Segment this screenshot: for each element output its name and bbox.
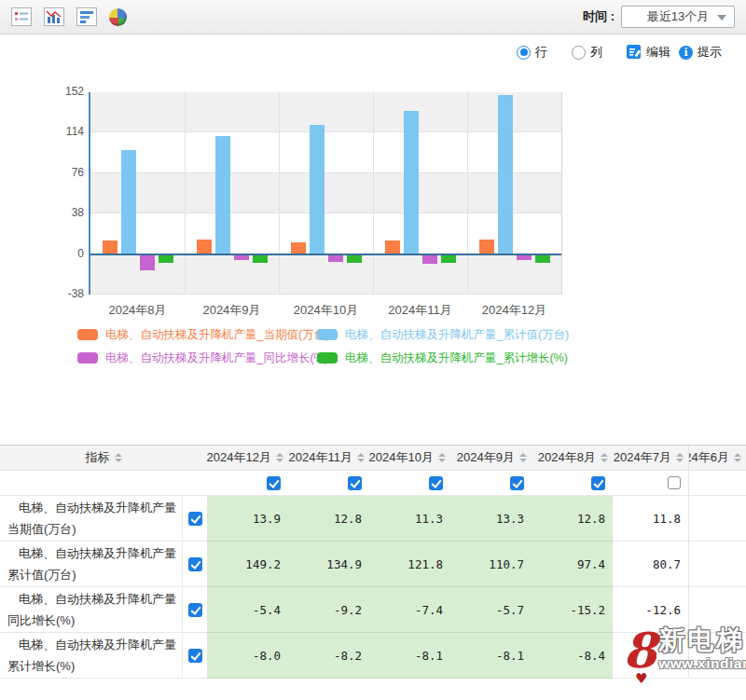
row-label-line1: 电梯、自动扶梯及升降机产量 <box>19 497 176 518</box>
column-header[interactable]: 2024年10月 <box>369 446 450 470</box>
vertical-gridline <box>467 92 468 295</box>
table-bottom-strip <box>0 679 746 700</box>
column-checkbox-checked[interactable] <box>429 476 443 490</box>
bar[interactable] <box>347 254 362 263</box>
row-checkbox-cell <box>183 542 207 587</box>
value-cell: -12.6 <box>613 587 689 633</box>
plot-band <box>90 92 561 132</box>
x-tick-label: 2024年9月 <box>185 302 279 319</box>
value-cell: -8.4 <box>532 633 613 679</box>
row-label-line1: 电梯、自动扶梯及升降机产量 <box>19 588 176 610</box>
legend-item[interactable]: 电梯、自动扶梯及升降机产量_累计增长(%) <box>317 350 569 366</box>
value-cell <box>689 542 746 587</box>
value-cell: 97.4 <box>532 542 613 587</box>
legend-swatch-icon <box>317 329 338 340</box>
bar[interactable] <box>253 254 268 263</box>
value-cell: 149.2 <box>207 542 288 587</box>
dashboard: 时间 : 最近13个月 行 列 编辑 i 提 <box>0 0 746 700</box>
value-cell: 12.8 <box>532 496 613 542</box>
column-checkbox-cell <box>532 471 613 495</box>
bar[interactable] <box>197 240 212 254</box>
bar[interactable] <box>535 254 550 263</box>
bar[interactable] <box>404 111 419 254</box>
value-cell: -8.2 <box>288 633 369 679</box>
y-tick-label: 0 <box>11 247 84 260</box>
value-cell: 11.8 <box>613 496 689 542</box>
bar[interactable] <box>159 254 173 264</box>
bar[interactable] <box>215 136 230 254</box>
column-header[interactable]: 2024年7月 <box>613 446 689 470</box>
bar[interactable] <box>498 95 513 254</box>
zero-axis-line <box>90 254 561 255</box>
bar[interactable] <box>103 240 117 254</box>
indicator-header-label: 指标 <box>86 449 110 466</box>
bar[interactable] <box>422 254 437 265</box>
vertical-gridline <box>185 92 186 295</box>
column-header-label: 2024年11月 <box>289 449 352 466</box>
row-checkbox-cell <box>183 633 207 679</box>
bar[interactable] <box>140 254 155 270</box>
bar[interactable] <box>328 254 343 263</box>
bar[interactable] <box>310 125 325 254</box>
legend-item[interactable]: 电梯、自动扶梯及升降机产量_同比增长(%) <box>77 350 317 366</box>
x-tick-label: 2024年8月 <box>90 302 185 319</box>
column-header-label: 2024年8月 <box>538 449 596 466</box>
column-checkbox-checked[interactable] <box>348 476 362 490</box>
value-cell: -8.0 <box>207 633 288 679</box>
bar[interactable] <box>441 254 456 263</box>
legend-swatch-icon <box>77 352 98 364</box>
column-header-label: 2024年9月 <box>457 449 515 466</box>
legend-item[interactable]: 电梯、自动扶梯及升降机产量_累计值(万台) <box>317 326 569 343</box>
value-cell: 13.3 <box>450 496 532 542</box>
column-checkbox-row <box>0 471 746 496</box>
bar[interactable] <box>479 240 494 254</box>
row-checkbox[interactable] <box>188 603 202 617</box>
column-checkbox-cell <box>689 471 746 495</box>
value-cell: -5.4 <box>207 587 288 633</box>
value-cell: 134.9 <box>288 542 369 587</box>
x-tick-label: 2024年12月 <box>467 302 561 319</box>
table-row: 电梯、自动扶梯及升降机产量同比增长(%)-5.4-9.2-7.4-5.7-15.… <box>0 587 746 633</box>
sort-icon <box>357 453 365 462</box>
vertical-gridline <box>279 92 280 295</box>
bar[interactable] <box>121 150 136 254</box>
legend-item[interactable]: 电梯、自动扶梯及升降机产量_当期值(万台) <box>77 326 317 343</box>
legend-swatch-icon <box>317 352 338 364</box>
legend-label: 电梯、自动扶梯及升降机产量_当期值(万台) <box>105 327 329 343</box>
table-row: 电梯、自动扶梯及升降机产量当期值(万台)13.912.811.313.312.8… <box>0 496 746 542</box>
column-header-label: 2024年6月 <box>689 449 729 466</box>
column-checkbox-checked[interactable] <box>267 476 281 490</box>
value-cell <box>689 496 746 542</box>
value-cell: 80.7 <box>613 542 689 587</box>
bar[interactable] <box>385 240 400 254</box>
value-cell: -9.2 <box>288 587 369 633</box>
row-checkbox[interactable] <box>188 512 202 526</box>
y-tick-label: 38 <box>11 206 84 219</box>
sort-icon <box>676 453 684 462</box>
column-checkbox-cell <box>369 471 450 495</box>
column-checkbox-checked[interactable] <box>591 476 605 490</box>
column-checkbox-unchecked[interactable] <box>668 476 681 489</box>
column-header-indicator[interactable]: 指标 <box>0 446 207 470</box>
row-label: 电梯、自动扶梯及升降机产量累计值(万台) <box>0 542 183 587</box>
column-header[interactable]: 2024年6月 <box>689 446 746 470</box>
row-checkbox[interactable] <box>188 649 202 663</box>
column-checkbox-cell <box>450 471 532 495</box>
checkbox-row-spacer <box>0 471 207 495</box>
column-checkbox-cell <box>613 471 689 495</box>
y-tick-label: 152 <box>11 85 84 98</box>
sort-icon <box>115 453 122 462</box>
value-cell <box>689 587 746 633</box>
value-cell <box>613 633 689 679</box>
column-header[interactable]: 2024年11月 <box>288 446 369 470</box>
column-checkbox-checked[interactable] <box>510 476 524 490</box>
sort-icon <box>519 453 527 462</box>
legend-swatch-icon <box>77 329 98 340</box>
y-tick-label: 114 <box>11 125 84 138</box>
row-checkbox[interactable] <box>188 557 202 571</box>
column-header[interactable]: 2024年9月 <box>450 446 532 470</box>
column-header[interactable]: 2024年12月 <box>207 446 288 470</box>
column-header[interactable]: 2024年8月 <box>532 446 613 470</box>
value-cell: 11.3 <box>369 496 450 542</box>
y-tick-label: -38 <box>11 287 84 300</box>
